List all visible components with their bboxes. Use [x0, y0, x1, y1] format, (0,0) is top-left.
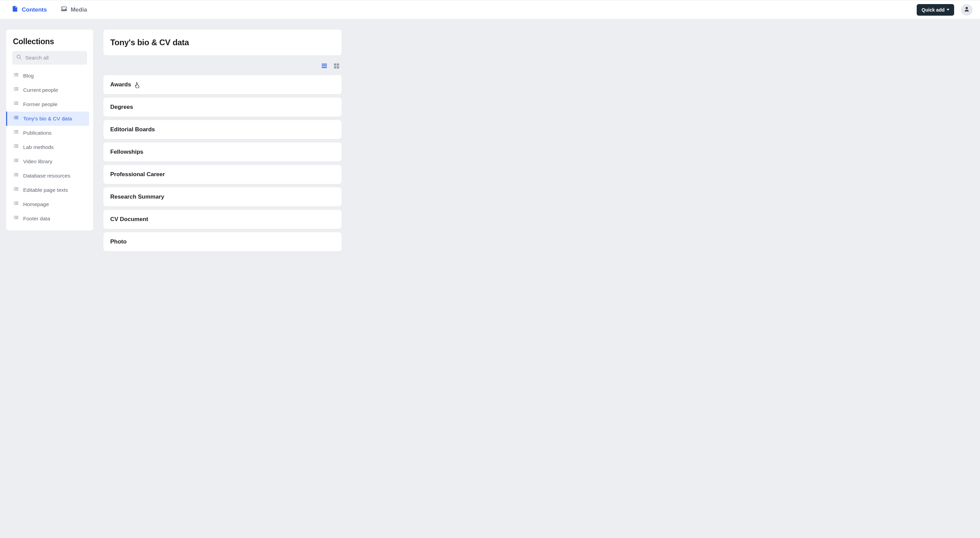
top-bar: Contents Media Quick add: [0, 0, 980, 19]
collection-icon: [13, 172, 19, 179]
entry-card[interactable]: Photo: [103, 232, 342, 251]
svg-rect-2: [322, 67, 327, 68]
collection-icon: [13, 186, 19, 194]
entry-label: Editorial Boards: [110, 126, 155, 133]
collection-icon: [13, 101, 19, 108]
entry-card[interactable]: Professional Career: [103, 165, 342, 184]
search-icon: [16, 54, 22, 61]
nav-media[interactable]: Media: [60, 5, 87, 14]
quick-add-button[interactable]: Quick add: [917, 4, 954, 16]
entry-list: AwardsDegreesEditorial BoardsFellowships…: [103, 75, 342, 255]
entry-card[interactable]: CV Document: [103, 210, 342, 229]
sidebar-item-label: Footer data: [23, 216, 50, 222]
quick-add-label: Quick add: [921, 7, 945, 13]
nav-media-label: Media: [71, 6, 87, 13]
list-icon: [321, 63, 328, 71]
sidebar-item-label: Tony's bio & CV data: [23, 116, 72, 122]
grid-view-button[interactable]: [333, 63, 340, 70]
sidebar-item[interactable]: Publications: [6, 126, 89, 140]
person-icon: [963, 6, 970, 14]
svg-rect-4: [337, 63, 339, 66]
collection-icon: [13, 143, 19, 151]
user-avatar[interactable]: [961, 4, 972, 16]
collection-title-card: Tony's bio & CV data: [103, 30, 342, 56]
search-box[interactable]: [12, 51, 87, 65]
sidebar-item-label: Database resources: [23, 173, 70, 179]
collection-icon: [13, 115, 19, 122]
svg-rect-0: [322, 63, 327, 65]
entry-label: Fellowships: [110, 149, 143, 155]
sidebar-item[interactable]: Video library: [6, 154, 89, 169]
collection-icon: [13, 129, 19, 137]
entry-label: Awards: [110, 81, 131, 88]
sidebar-item[interactable]: Tony's bio & CV data: [6, 111, 89, 126]
entry-card[interactable]: Research Summary: [103, 187, 342, 206]
collection-icon: [13, 72, 19, 79]
list-view-button[interactable]: [321, 63, 328, 70]
entry-card[interactable]: Fellowships: [103, 143, 342, 162]
page-body: Collections BlogCurrent peopleFormer peo…: [0, 19, 980, 265]
entry-label: Degrees: [110, 104, 133, 110]
sidebar-item-label: Publications: [23, 130, 52, 136]
sidebar-item-label: Editable page texts: [23, 187, 68, 193]
collection-list: BlogCurrent peopleFormer peopleTony's bi…: [10, 69, 89, 226]
sidebar-item-label: Current people: [23, 87, 58, 93]
sidebar-item[interactable]: Database resources: [6, 169, 89, 183]
entry-label: Professional Career: [110, 171, 165, 178]
entry-card[interactable]: Degrees: [103, 98, 342, 117]
image-icon: [60, 5, 67, 14]
collection-icon: [13, 201, 19, 208]
document-icon: [11, 5, 18, 14]
grid-icon: [333, 63, 340, 71]
search-input[interactable]: [25, 55, 83, 61]
sidebar-item[interactable]: Editable page texts: [6, 183, 89, 197]
page-title: Tony's bio & CV data: [110, 38, 335, 47]
svg-rect-6: [337, 66, 339, 69]
sidebar-item-label: Lab methods: [23, 144, 54, 150]
sidebar-item[interactable]: Current people: [6, 83, 89, 97]
entry-label: Photo: [110, 238, 127, 245]
sidebar-item[interactable]: Homepage: [6, 197, 89, 211]
collection-icon: [13, 158, 19, 165]
nav-contents-label: Contents: [22, 6, 47, 13]
sidebar-item-label: Former people: [23, 102, 57, 108]
sidebar-item-label: Blog: [23, 73, 34, 79]
entry-card[interactable]: Awards: [103, 75, 342, 94]
svg-rect-3: [334, 63, 337, 66]
entry-card[interactable]: Editorial Boards: [103, 120, 342, 139]
sidebar-item[interactable]: Blog: [6, 69, 89, 83]
svg-rect-5: [334, 66, 337, 69]
sidebar-title: Collections: [10, 37, 89, 51]
top-nav-left: Contents Media: [11, 5, 87, 14]
sidebar-item[interactable]: Former people: [6, 97, 89, 111]
sidebar: Collections BlogCurrent peopleFormer peo…: [6, 30, 93, 230]
top-nav-right: Quick add: [917, 4, 972, 16]
sidebar-item-label: Homepage: [23, 202, 49, 208]
svg-rect-1: [322, 65, 327, 66]
collection-icon: [13, 86, 19, 94]
content-column: Tony's bio & CV data AwardsDegreesEditor…: [103, 30, 342, 255]
nav-contents[interactable]: Contents: [11, 5, 47, 14]
view-toggle-row: [103, 63, 342, 75]
sidebar-item-label: Video library: [23, 159, 52, 165]
collection-icon: [13, 215, 19, 222]
caret-down-icon: [947, 9, 950, 11]
entry-label: CV Document: [110, 216, 148, 222]
entry-label: Research Summary: [110, 194, 164, 200]
sidebar-item[interactable]: Lab methods: [6, 140, 89, 154]
sidebar-item[interactable]: Footer data: [6, 211, 89, 226]
